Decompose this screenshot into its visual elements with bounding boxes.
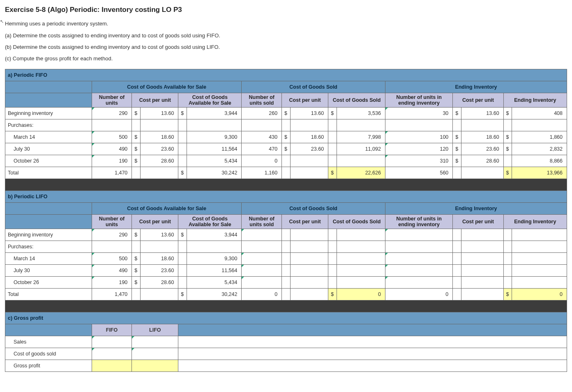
fifo-total-cogs: 22,626 [337,167,385,179]
fifo-begin-cpu2[interactable]: 13.60 [290,108,328,119]
sub-header-a: Number of units Cost per unit Cost of Go… [5,93,567,108]
section-b-title: b) Periodic LIFO [5,191,567,203]
currency-symbol: $ [328,108,337,119]
lifo-total-cogs: 0 [337,289,385,300]
intro-block: ↖ Hemming uses a periodic inventory syst… [5,21,567,27]
question-c: (c) Compute the gross profit for each me… [5,55,567,62]
gp-cogs-fifo[interactable] [92,348,132,360]
fifo-begin-unitssold[interactable]: 260 [242,108,282,119]
group-header-b: Cost of Goods Available for Sale Cost of… [5,203,567,215]
subheader-units: Number of units [92,93,132,108]
lifo-row-begin: Beginning inventory 290 $ 13.60 $ 3,944 [5,229,567,241]
worksheet-table: a) Periodic FIFO Cost of Goods Available… [5,69,567,372]
gp-gross-fifo [92,360,132,372]
gp-label-cogs: Cost of goods sold [5,348,92,360]
gp-row-gross: Gross profit [5,360,567,372]
lifo-row-j30: July 30 490 $ 23.60 11,564 [5,265,567,277]
sub-header-b: Number of units Cost per unit Cost of Go… [5,215,567,229]
row-label-m14: March 14 [5,131,92,143]
group-header-available: Cost of Goods Available for Sale [92,81,242,93]
lifo-row-purchases: Purchases: [5,241,567,253]
lifo-row-o26: October 26 190 $ 28.60 5,434 [5,277,567,289]
fifo-total-ending: 13,966 [512,167,567,179]
group-header-a: Cost of Goods Available for Sale Cost of… [5,81,567,93]
gp-header-row: FIFO LIFO [5,324,567,336]
gp-label-gross: Gross profit [5,360,92,372]
fifo-begin-cpu3[interactable]: 13.60 [461,108,503,119]
gp-head-lifo: LIFO [132,324,178,336]
fifo-row-total: Total 1,470 $ 30,242 1,160 $ 22,626 560 … [5,167,567,179]
section-a-title: a) Periodic FIFO [5,69,567,81]
gp-row-cogs: Cost of goods sold [5,348,567,360]
gp-head-fifo: FIFO [92,324,132,336]
fifo-row-begin: Beginning inventory 290 $ 13.60 $ 3,944 … [5,108,567,119]
row-label-purch: Purchases: [5,119,92,131]
group-header-ending: Ending Inventory [385,81,567,93]
gp-sales-lifo[interactable] [132,336,178,348]
subheader-units-sold: Number of units sold [242,93,282,108]
fifo-begin-cgas: 3,944 [187,108,242,119]
subheader-cpu3: Cost per unit [453,93,503,108]
fifo-begin-unitsend[interactable]: 30 [385,108,452,119]
gp-cogs-lifo[interactable] [132,348,178,360]
row-label-o26: October 26 [5,155,92,167]
currency-symbol: $ [282,108,291,119]
row-label-j30: July 30 [5,143,92,155]
gp-sales-fifo[interactable] [92,336,132,348]
fifo-begin-units[interactable]: 290 [92,108,132,119]
fifo-row-o26: October 26 190 $ 28.60 5,434 0 310 $ 28.… [5,155,567,167]
subheader-ending-inv: Ending Inventory [503,93,567,108]
fifo-begin-cogs: 3,536 [337,108,385,119]
currency-symbol: $ [132,108,141,119]
fifo-begin-cpu[interactable]: 13.60 [140,108,178,119]
section-b-row: b) Periodic LIFO [5,191,567,203]
row-label-total: Total [5,167,92,179]
fifo-row-m14: March 14 500 $ 18.60 9,300 430 $ 18.60 7… [5,131,567,143]
question-b: (b) Determine the costs assigned to endi… [5,44,567,50]
page-title: Exercise 5-8 (Algo) Periodic: Inventory … [5,6,567,14]
questions-block: (a) Determine the costs assigned to endi… [5,32,567,62]
fifo-begin-endinv: 408 [512,108,567,119]
intro-text: Hemming uses a periodic inventory system… [5,21,567,27]
lifo-row-m14: March 14 500 $ 18.60 9,300 [5,253,567,265]
subheader-cgas: Cost of Goods Available for Sale [178,93,242,108]
fifo-row-j30: July 30 490 $ 23.60 11,564 470 $ 23.60 1… [5,143,567,155]
section-c-title: c) Gross profit [5,312,567,324]
currency-symbol: $ [503,108,512,119]
fifo-m14-units[interactable]: 500 [92,131,132,143]
question-a: (a) Determine the costs assigned to endi… [5,32,567,39]
lifo-total-ending: 0 [512,289,567,300]
subheader-units-ending: Number of units in ending inventory [385,93,452,108]
gp-gross-lifo [132,360,178,372]
currency-symbol: $ [453,108,461,119]
group-header-cogs: Cost of Goods Sold [242,81,385,93]
section-c-row: c) Gross profit [5,312,567,324]
row-label-begin: Beginning inventory [5,108,92,119]
subheader-cogs: Cost of Goods Sold [328,93,385,108]
section-a-row: a) Periodic FIFO [5,69,567,81]
currency-symbol: $ [178,108,187,119]
gp-row-sales: Sales [5,336,567,348]
gp-label-sales: Sales [5,336,92,348]
subheader-cpu2: Cost per unit [282,93,328,108]
lifo-row-total: Total 1,470 $ 30,242 0 $ 0 0 $ 0 [5,289,567,300]
subheader-cpu1: Cost per unit [132,93,178,108]
fifo-row-purchases: Purchases: [5,119,567,131]
